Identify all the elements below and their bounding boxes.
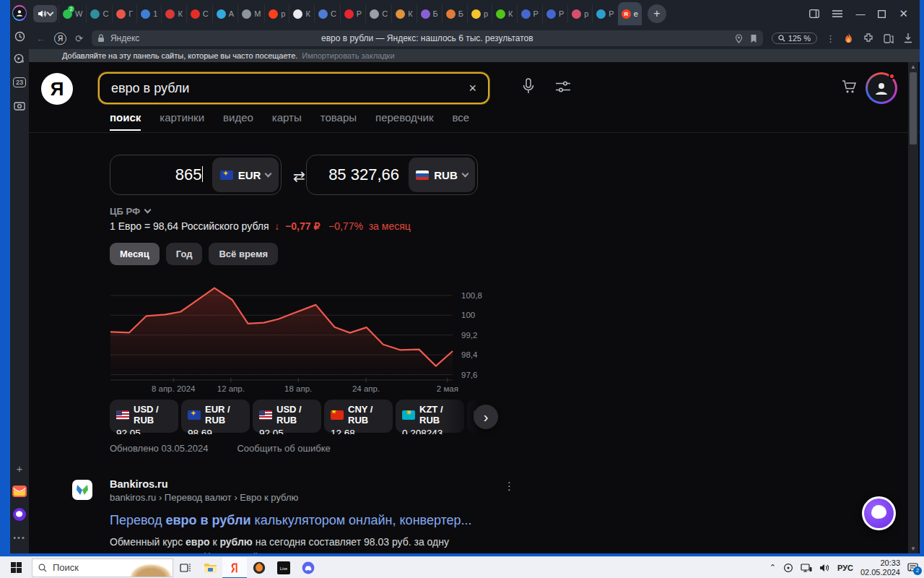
screenshot-icon[interactable] xyxy=(12,98,27,113)
clear-search-icon[interactable]: × xyxy=(468,81,476,96)
browser-tab-5[interactable]: К xyxy=(161,4,186,23)
browser-tab-18[interactable]: К xyxy=(492,4,516,23)
period-button[interactable]: Год xyxy=(166,243,203,265)
result-source-name[interactable]: Bankiros.ru xyxy=(110,478,491,490)
close-button[interactable]: ✕ xyxy=(899,7,908,20)
currency-chip-3[interactable]: USD / RUB92,05 xyxy=(253,400,321,433)
swap-currencies-button[interactable]: ⇄ xyxy=(293,168,305,185)
browser-tab-7[interactable]: А xyxy=(212,4,237,23)
discord-icon[interactable] xyxy=(296,557,321,578)
search-input[interactable]: евро в рубли xyxy=(111,81,468,96)
period-button[interactable]: Всё время xyxy=(209,243,278,265)
read-more-link[interactable]: Читать ещё xyxy=(204,551,258,553)
search-tab-поиск[interactable]: поиск xyxy=(110,111,141,131)
flame-extension-icon[interactable] xyxy=(844,33,853,44)
browser-tab-9[interactable]: р xyxy=(264,4,289,23)
scroll-down-arrow[interactable]: ▼ xyxy=(910,545,916,552)
alice-icon[interactable] xyxy=(12,507,27,522)
chips-next-button[interactable]: › xyxy=(474,405,498,429)
rate-chart[interactable]: 100,810099,298,497,68 апр. 202412 апр.18… xyxy=(110,279,493,393)
search-tab-картинки[interactable]: картинки xyxy=(160,111,204,131)
browser-tab-6[interactable]: С xyxy=(186,4,212,23)
search-box[interactable]: евро в рубли × xyxy=(98,72,489,104)
back-button[interactable]: ← xyxy=(36,33,45,44)
yandex-search-button[interactable]: Я xyxy=(54,33,66,45)
report-error-link[interactable]: Сообщить об ошибке xyxy=(237,443,330,454)
tray-app-icon[interactable] xyxy=(783,563,793,573)
yandex-logo[interactable]: Я xyxy=(41,73,73,105)
browser-tab-20[interactable]: Р xyxy=(542,4,567,23)
search-filters-icon[interactable] xyxy=(556,81,570,92)
chevron-down-icon[interactable] xyxy=(47,9,54,16)
menu-icon[interactable] xyxy=(832,10,842,17)
browser-tab-1[interactable]: W2 xyxy=(58,4,86,23)
browser-tab-15[interactable]: Б xyxy=(417,4,442,23)
start-button[interactable] xyxy=(0,557,32,578)
result-menu-icon[interactable]: ⋮ xyxy=(504,480,515,493)
period-button[interactable]: Месяц xyxy=(110,243,160,265)
browser-tab-14[interactable]: К xyxy=(391,4,416,23)
search-tab-видео[interactable]: видео xyxy=(223,111,253,131)
browser-tab-2[interactable]: C xyxy=(86,4,112,23)
zoom-level-badge[interactable]: 125 % xyxy=(772,33,817,44)
calendar-icon[interactable]: 23 xyxy=(12,75,27,90)
scroll-up-arrow[interactable]: ▲ xyxy=(910,64,916,70)
browser-tab-8[interactable]: М xyxy=(237,4,264,23)
collections-icon[interactable] xyxy=(884,34,894,43)
ableton-live-icon[interactable]: Live xyxy=(271,557,296,578)
search-tab-все[interactable]: все xyxy=(453,111,470,131)
page-scrollbar[interactable]: ▲ ▼ xyxy=(908,62,918,553)
search-tab-товары[interactable]: товары xyxy=(321,111,357,131)
taskbar-search-box[interactable]: Поиск xyxy=(32,558,173,577)
currency-to-select[interactable]: RUB xyxy=(409,158,475,192)
browser-tab-16[interactable]: Б xyxy=(442,4,467,23)
yandex-mail-icon[interactable] xyxy=(12,484,27,499)
browser-tab-21[interactable]: р xyxy=(567,4,592,23)
sidebar-more-icon[interactable]: ••• xyxy=(12,530,27,545)
network-icon[interactable] xyxy=(801,564,812,572)
browser-tab-22[interactable]: Р xyxy=(592,4,617,23)
browser-tab-19[interactable]: Р xyxy=(517,4,542,23)
browser-tab-4[interactable]: 1 xyxy=(136,4,161,23)
user-avatar[interactable] xyxy=(866,72,897,104)
browser-tab-11[interactable]: С xyxy=(314,4,340,23)
browser-tab-active[interactable]: Яе xyxy=(618,2,642,25)
puzzle-extension-icon[interactable] xyxy=(863,33,873,43)
media-player-icon[interactable] xyxy=(12,52,27,66)
amount-to-field[interactable]: 85 327,66 RUB xyxy=(306,155,478,195)
task-view-button[interactable] xyxy=(173,557,198,578)
volume-icon[interactable] xyxy=(819,564,830,572)
currency-chip-2[interactable]: EUR / RUB98,69 xyxy=(181,400,250,433)
browser-tab-3[interactable]: Г xyxy=(112,4,136,23)
new-tab-button[interactable]: + xyxy=(648,4,666,23)
bookmark-flag-icon[interactable] xyxy=(750,34,757,43)
search-tab-переводчик[interactable]: переводчик xyxy=(375,111,433,131)
download-icon[interactable] xyxy=(904,33,912,43)
history-icon[interactable] xyxy=(12,29,27,43)
search-tab-карты[interactable]: карты xyxy=(272,111,302,131)
language-indicator[interactable]: РУС xyxy=(837,564,853,572)
currency-chip-4[interactable]: CNY / RUB12,68 xyxy=(324,400,393,433)
currency-chip-5[interactable]: KZT / RUB0,208243 xyxy=(396,400,464,433)
file-explorer-icon[interactable] xyxy=(198,557,222,578)
refresh-button[interactable]: ⟳ xyxy=(75,33,83,44)
alice-assistant-button[interactable] xyxy=(862,496,896,530)
map-pin-icon[interactable] xyxy=(735,34,743,43)
browser-tab-17[interactable]: р xyxy=(467,4,492,23)
browser-tab-12[interactable]: Р xyxy=(340,4,365,23)
currency-from-select[interactable]: EUR xyxy=(212,158,279,192)
url-field[interactable]: Яндекс евро в рубли — Яндекс: нашлось 6 … xyxy=(92,30,763,46)
side-panel-icon[interactable] xyxy=(809,9,819,18)
browser-tab-10[interactable]: К xyxy=(289,4,313,23)
notification-center-icon[interactable]: 2 xyxy=(907,563,918,573)
browser-tab-13[interactable]: С xyxy=(365,4,391,23)
fl-studio-icon[interactable] xyxy=(247,557,271,578)
maximize-button[interactable] xyxy=(878,10,886,18)
yandex-browser-taskbar-icon[interactable] xyxy=(222,557,247,578)
cart-icon[interactable] xyxy=(842,79,858,94)
result-breadcrumb[interactable]: bankiros.ru › Перевод валют › Евро к руб… xyxy=(110,492,491,503)
tray-chevron-icon[interactable]: ⌃ xyxy=(770,563,776,572)
import-bookmarks-link[interactable]: Импортировать закладки xyxy=(302,51,394,60)
scrollbar-thumb[interactable] xyxy=(910,72,917,144)
result-title-link[interactable]: Перевод евро в рубли калькулятором онлай… xyxy=(110,513,491,528)
